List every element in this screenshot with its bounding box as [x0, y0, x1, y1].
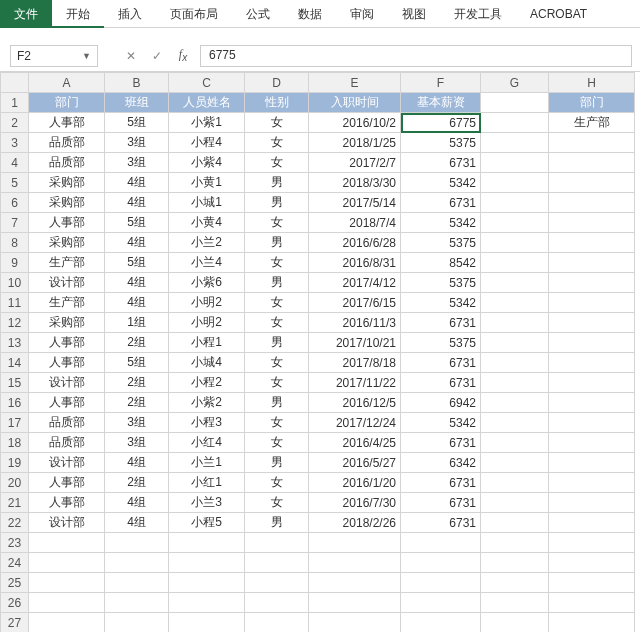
select-all-corner[interactable]: [1, 73, 29, 93]
cell-G7[interactable]: [481, 213, 549, 233]
cell-D24[interactable]: [245, 553, 309, 573]
cell-A12[interactable]: 采购部: [29, 313, 105, 333]
row-header-20[interactable]: 20: [1, 473, 29, 493]
tab-插入[interactable]: 插入: [104, 0, 156, 28]
cell-H14[interactable]: [549, 353, 635, 373]
cell-C27[interactable]: [169, 613, 245, 633]
row-header-8[interactable]: 8: [1, 233, 29, 253]
cancel-icon[interactable]: ✕: [118, 49, 144, 63]
cell-C11[interactable]: 小明2: [169, 293, 245, 313]
cell-H26[interactable]: [549, 593, 635, 613]
cell-C17[interactable]: 小程3: [169, 413, 245, 433]
cell-G21[interactable]: [481, 493, 549, 513]
tab-视图[interactable]: 视图: [388, 0, 440, 28]
cell-F21[interactable]: 6731: [401, 493, 481, 513]
cell-D5[interactable]: 男: [245, 173, 309, 193]
cell-F9[interactable]: 8542: [401, 253, 481, 273]
cell-B10[interactable]: 4组: [105, 273, 169, 293]
cell-A26[interactable]: [29, 593, 105, 613]
cell-A9[interactable]: 生产部: [29, 253, 105, 273]
row-header-13[interactable]: 13: [1, 333, 29, 353]
cell-F18[interactable]: 6731: [401, 433, 481, 453]
tab-页面布局[interactable]: 页面布局: [156, 0, 232, 28]
col-header-G[interactable]: G: [481, 73, 549, 93]
row-header-5[interactable]: 5: [1, 173, 29, 193]
cell-B15[interactable]: 2组: [105, 373, 169, 393]
cell-H10[interactable]: [549, 273, 635, 293]
cell-D8[interactable]: 男: [245, 233, 309, 253]
cell-G12[interactable]: [481, 313, 549, 333]
cell-E5[interactable]: 2018/3/30: [309, 173, 401, 193]
cell-H12[interactable]: [549, 313, 635, 333]
cell-A4[interactable]: 品质部: [29, 153, 105, 173]
cell-A8[interactable]: 采购部: [29, 233, 105, 253]
cell-B19[interactable]: 4组: [105, 453, 169, 473]
cell-B25[interactable]: [105, 573, 169, 593]
cell-B12[interactable]: 1组: [105, 313, 169, 333]
cell-E11[interactable]: 2017/6/15: [309, 293, 401, 313]
col-header-F[interactable]: F: [401, 73, 481, 93]
cell-H5[interactable]: [549, 173, 635, 193]
cell-H19[interactable]: [549, 453, 635, 473]
cell-C23[interactable]: [169, 533, 245, 553]
cell-G16[interactable]: [481, 393, 549, 413]
cell-C9[interactable]: 小兰4: [169, 253, 245, 273]
cell-C6[interactable]: 小城1: [169, 193, 245, 213]
cell-H3[interactable]: [549, 133, 635, 153]
cell-F22[interactable]: 6731: [401, 513, 481, 533]
cell-G13[interactable]: [481, 333, 549, 353]
col-header-C[interactable]: C: [169, 73, 245, 93]
cell-A15[interactable]: 设计部: [29, 373, 105, 393]
cell-C8[interactable]: 小兰2: [169, 233, 245, 253]
cell-H16[interactable]: [549, 393, 635, 413]
cell-C19[interactable]: 小兰1: [169, 453, 245, 473]
cell-E8[interactable]: 2016/6/28: [309, 233, 401, 253]
cell-H17[interactable]: [549, 413, 635, 433]
cell-D7[interactable]: 女: [245, 213, 309, 233]
cell-H24[interactable]: [549, 553, 635, 573]
cell-D15[interactable]: 女: [245, 373, 309, 393]
cell-B16[interactable]: 2组: [105, 393, 169, 413]
cell-A21[interactable]: 人事部: [29, 493, 105, 513]
row-header-10[interactable]: 10: [1, 273, 29, 293]
cell-G20[interactable]: [481, 473, 549, 493]
cell-F11[interactable]: 5342: [401, 293, 481, 313]
cell-F4[interactable]: 6731: [401, 153, 481, 173]
cell-C2[interactable]: 小紫1: [169, 113, 245, 133]
cell-F23[interactable]: [401, 533, 481, 553]
cell-H9[interactable]: [549, 253, 635, 273]
cell-B18[interactable]: 3组: [105, 433, 169, 453]
cell-E23[interactable]: [309, 533, 401, 553]
cell-E3[interactable]: 2018/1/25: [309, 133, 401, 153]
cell-D11[interactable]: 女: [245, 293, 309, 313]
cell-A23[interactable]: [29, 533, 105, 553]
cell-E13[interactable]: 2017/10/21: [309, 333, 401, 353]
tab-开发工具[interactable]: 开发工具: [440, 0, 516, 28]
cell-F6[interactable]: 6731: [401, 193, 481, 213]
row-header-15[interactable]: 15: [1, 373, 29, 393]
cell-D19[interactable]: 男: [245, 453, 309, 473]
cell-E4[interactable]: 2017/2/7: [309, 153, 401, 173]
col-header-D[interactable]: D: [245, 73, 309, 93]
cell-G26[interactable]: [481, 593, 549, 613]
cell-H15[interactable]: [549, 373, 635, 393]
row-header-16[interactable]: 16: [1, 393, 29, 413]
cell-G10[interactable]: [481, 273, 549, 293]
cell-C16[interactable]: 小紫2: [169, 393, 245, 413]
tab-file[interactable]: 文件: [0, 0, 52, 28]
cell-F12[interactable]: 6731: [401, 313, 481, 333]
cell-E17[interactable]: 2017/12/24: [309, 413, 401, 433]
cell-E18[interactable]: 2016/4/25: [309, 433, 401, 453]
cell-B9[interactable]: 5组: [105, 253, 169, 273]
cell-G25[interactable]: [481, 573, 549, 593]
cell-C5[interactable]: 小黄1: [169, 173, 245, 193]
cell-A27[interactable]: [29, 613, 105, 633]
cell-A3[interactable]: 品质部: [29, 133, 105, 153]
row-header-7[interactable]: 7: [1, 213, 29, 233]
row-header-24[interactable]: 24: [1, 553, 29, 573]
cell-F1[interactable]: 基本薪资: [401, 93, 481, 113]
cell-D23[interactable]: [245, 533, 309, 553]
cell-H4[interactable]: [549, 153, 635, 173]
cell-D21[interactable]: 女: [245, 493, 309, 513]
cell-G3[interactable]: [481, 133, 549, 153]
